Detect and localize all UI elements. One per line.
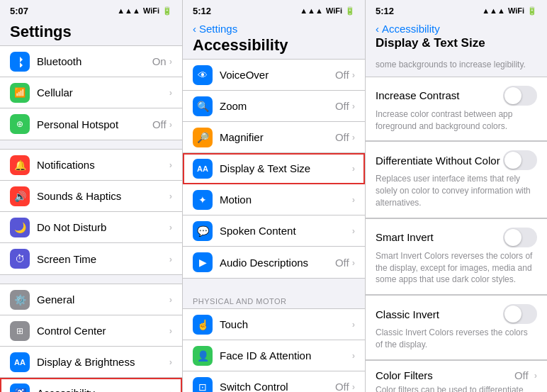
mid-status-icons: ▲▲▲ WiFi 🔋 [300,6,355,16]
right-back-icon: ‹ [376,23,379,35]
left-scroll[interactable]: Bluetooth On › 📶 Cellular › ⊕ Personal H… [0,45,182,392]
right-intro-text: some backgrounds to increase legibility. [366,55,547,77]
right-nav: ‹ Accessibility [376,23,537,35]
right-scroll[interactable]: some backgrounds to increase legibility.… [366,55,547,392]
display-text-icon: AA [193,159,213,179]
settings-display[interactable]: AA Display & Brightness › [0,347,182,378]
accessibility-display-text[interactable]: AA Display & Text Size › [183,153,365,184]
mid-battery-icon: 🔋 [345,6,355,16]
settings-screentime[interactable]: ⏱ Screen Time › [0,243,182,274]
settings-notifications[interactable]: 🔔 Notifications › [0,150,182,181]
detail-smart-invert: Smart Invert Smart Invert Colors reverse… [366,218,547,295]
bluetooth-chevron: › [169,56,172,67]
classic-invert-label: Classic Invert [376,308,439,320]
mid-back-icon: ‹ [193,23,196,35]
voiceover-label: VoiceOver [220,69,335,81]
mid-signal-icon: ▲▲▲ [300,6,323,15]
notifications-label: Notifications [37,159,169,171]
right-wifi-icon: WiFi [508,6,524,15]
accessibility-motion[interactable]: ✦ Motion › [183,184,365,215]
detail-color-filters-row[interactable]: Color Filters Off › [376,369,537,381]
accessibility-magnifier[interactable]: 🔎 Magnifier Off › [183,122,365,153]
right-signal-icon: ▲▲▲ [482,6,505,15]
dnd-label: Do Not Disturb [37,221,169,233]
right-battery-icon: 🔋 [527,6,537,16]
left-status-bar: 5:07 ▲▲▲ WiFi 🔋 [0,0,182,20]
general-label: General [37,293,169,306]
screentime-label: Screen Time [37,253,169,265]
notifications-icon: 🔔 [10,155,30,175]
wifi-icon: WiFi [143,6,159,15]
general-chevron: › [169,294,172,305]
audio-desc-value: Off [335,257,349,269]
classic-invert-toggle[interactable] [503,304,537,324]
mid-scroll[interactable]: 👁 VoiceOver Off › 🔍 Zoom Off › 🔎 Magnifi… [183,59,365,392]
accessibility-spoken[interactable]: 💬 Spoken Content › [183,215,365,247]
magnifier-icon: 🔎 [193,128,213,147]
accessibility-voiceover[interactable]: 👁 VoiceOver Off › [183,60,365,91]
display-label: Display & Brightness [37,356,169,368]
screentime-chevron: › [169,254,172,264]
physical-motor-header: PHYSICAL AND MOTOR [183,287,365,308]
voiceover-icon: 👁 [193,65,213,85]
mid-nav: ‹ Settings [193,23,355,35]
signal-icon: ▲▲▲ [117,6,140,15]
differentiate-label: Differentiate Without Color [376,155,500,167]
audio-desc-chevron: › [352,257,355,268]
mid-panel: 5:12 ▲▲▲ WiFi 🔋 ‹ Settings Accessibility… [183,0,366,392]
general-icon: ⚙️ [10,290,30,310]
left-mid-group: 🔔 Notifications › 🔊 Sounds & Haptics › 🌙… [0,149,182,275]
mid-back-label[interactable]: Settings [199,23,237,35]
accessibility-zoom[interactable]: 🔍 Zoom Off › [183,91,365,122]
increase-contrast-label: Increase Contrast [376,89,459,101]
settings-hotspot[interactable]: ⊕ Personal Hotspot Off › [0,108,182,140]
cc-chevron: › [169,325,172,336]
settings-sounds[interactable]: 🔊 Sounds & Haptics › [0,181,182,212]
hotspot-icon: ⊕ [10,114,30,134]
left-title: Settings [10,23,172,41]
faceid2-label: Face ID & Attention [220,349,352,362]
mid-title: Accessibility [193,36,355,55]
accessibility-touch[interactable]: ☝ Touch › [183,309,365,340]
magnifier-label: Magnifier [220,131,335,143]
increase-contrast-toggle[interactable] [503,86,537,106]
detail-differentiate: Differentiate Without Color Replaces use… [366,141,547,218]
hotspot-value: Off [152,118,167,130]
settings-accessibility[interactable]: ♿ Accessibility › [0,378,182,392]
right-status-icons: ▲▲▲ WiFi 🔋 [482,6,537,16]
accessibility-switch[interactable]: ⊡ Switch Control Off › [183,371,365,392]
classic-invert-desc: Classic Invert Colors reverses the color… [376,327,537,351]
left-header: Settings [0,20,182,45]
differentiate-desc: Replaces user interface items that rely … [376,173,537,208]
zoom-icon: 🔍 [193,96,213,116]
right-back-label[interactable]: Accessibility [382,23,440,35]
left-panel: 5:07 ▲▲▲ WiFi 🔋 Settings Bluetooth On › … [0,0,183,392]
differentiate-toggle[interactable] [503,150,537,170]
sounds-chevron: › [169,191,172,201]
left-time: 5:07 [10,6,28,16]
accessibility-faceid2[interactable]: 👤 Face ID & Attention › [183,340,365,371]
settings-cc[interactable]: ⊞ Control Center › [0,315,182,347]
settings-bluetooth[interactable]: Bluetooth On › [0,46,182,77]
faceid2-icon: 👤 [193,346,213,366]
detail-classic-invert: Classic Invert Classic Invert Colors rev… [366,295,547,360]
touch-label: Touch [220,318,352,330]
accessibility-audio-desc[interactable]: ▶ Audio Descriptions Off › [183,247,365,278]
right-status-bar: 5:12 ▲▲▲ WiFi 🔋 [366,0,547,20]
settings-cellular[interactable]: 📶 Cellular › [0,77,182,108]
settings-general[interactable]: ⚙️ General › [0,284,182,315]
left-bottom-group: ⚙️ General › ⊞ Control Center › AA Displ… [0,284,182,392]
bluetooth-icon [10,52,30,72]
settings-dnd[interactable]: 🌙 Do Not Disturb › [0,212,182,243]
bluetooth-value: On [152,55,167,67]
display-text-label: Display & Text Size [220,162,352,174]
left-top-group: Bluetooth On › 📶 Cellular › ⊕ Personal H… [0,45,182,140]
motion-chevron: › [352,194,355,205]
zoom-value: Off [335,100,349,112]
smart-invert-thumb [504,229,521,246]
zoom-chevron: › [352,101,355,111]
smart-invert-toggle[interactable] [503,228,537,247]
left-status-icons: ▲▲▲ WiFi 🔋 [117,6,172,16]
color-filters-desc: Color filters can be used to differentia… [376,384,537,392]
smart-invert-desc: Smart Invert Colors reverses the colors … [376,250,537,286]
